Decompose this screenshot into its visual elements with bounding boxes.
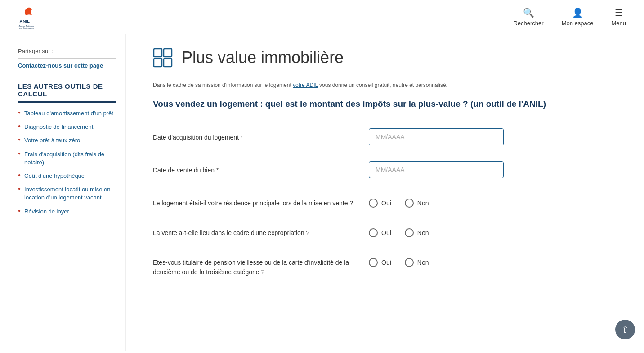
radio-circle-exp-oui: [369, 228, 378, 237]
radio-pen-non-label: Non: [417, 259, 429, 266]
radio-residence-oui[interactable]: Oui: [369, 199, 391, 208]
list-item: Coût d'une hypothèque: [18, 172, 116, 180]
form-section: Date d'acquisition du logement * Date de…: [153, 128, 504, 277]
radio-circle-exp-non: [405, 228, 414, 237]
label-date-acquisition: Date d'acquisition du logement *: [153, 128, 360, 142]
label-pension: Etes-vous titulaire de pension vieilless…: [153, 253, 360, 277]
nav-mon-espace-label: Mon espace: [562, 20, 594, 27]
date-vente-input[interactable]: [369, 161, 504, 178]
list-item: Tableau d'amortissement d'un prêt: [18, 109, 116, 118]
logo[interactable]: ANIL Agence Nationale pour l'information: [18, 5, 49, 29]
chevron-up-icon: ⇧: [622, 324, 629, 335]
sidebar-share-label: Partager sur :: [18, 48, 116, 59]
radio-pension-oui[interactable]: Oui: [369, 258, 391, 267]
list-item: Diagnostic de financement: [18, 123, 116, 131]
radio-circle-oui: [369, 199, 378, 208]
radio-circle-pen-oui: [369, 258, 378, 267]
search-icon: 🔍: [523, 7, 534, 18]
radio-group-pension: Oui Non: [369, 253, 504, 267]
nav-mon-espace[interactable]: 👤 Mon espace: [562, 7, 594, 27]
scroll-top-button[interactable]: ⇧: [615, 320, 635, 339]
radio-group-residence: Oui Non: [369, 194, 504, 208]
sidebar-link-revision[interactable]: Révision de loyer: [24, 208, 69, 216]
date-acquisition-input[interactable]: [369, 128, 504, 145]
radio-non-label: Non: [417, 199, 429, 207]
svg-text:ANIL: ANIL: [20, 18, 30, 23]
sidebar-link-investissement[interactable]: Investissement locatif ou mise en locati…: [24, 186, 116, 202]
form-row-pension: Etes-vous titulaire de pension vieilless…: [153, 253, 504, 277]
list-item: Votre prêt à taux zéro: [18, 136, 116, 145]
radio-pension-non[interactable]: Non: [405, 258, 429, 267]
sidebar-link-pret-zero[interactable]: Votre prêt à taux zéro: [24, 136, 80, 145]
nav-menu[interactable]: ☰ Menu: [611, 7, 626, 27]
form-row-date-acquisition: Date d'acquisition du logement *: [153, 128, 504, 145]
sidebar-link-amortissement[interactable]: Tableau d'amortissement d'un prêt: [24, 109, 113, 118]
header: ANIL Agence Nationale pour l'information…: [0, 0, 644, 34]
header-nav: 🔍 Rechercher 👤 Mon espace ☰ Menu: [513, 7, 626, 27]
radio-circle-non: [405, 199, 414, 208]
radio-group-expropriation: Oui Non: [369, 224, 504, 237]
user-icon: 👤: [572, 7, 583, 18]
list-item: Révision de loyer: [18, 208, 116, 216]
svg-rect-4: [154, 49, 162, 57]
sidebar-link-diagnostic[interactable]: Diagnostic de financement: [24, 123, 93, 131]
list-item: Investissement locatif ou mise en locati…: [18, 186, 116, 202]
radio-pen-oui-label: Oui: [381, 259, 391, 266]
page-title-area: Plus value immobilière: [153, 48, 617, 68]
intro-text: Dans le cadre de sa mission d'informatio…: [153, 81, 617, 89]
radio-area-pension: Oui Non: [369, 253, 504, 267]
svg-text:Agence Nationale: Agence Nationale: [19, 25, 35, 27]
page-layout: Partager sur : Contactez-nous sur cette …: [0, 34, 644, 351]
intro-text-after: vous donne un conseil gratuit, neutre et…: [318, 82, 447, 88]
radio-circle-pen-non: [405, 258, 414, 267]
menu-icon: ☰: [615, 7, 623, 18]
sidebar: Partager sur : Contactez-nous sur cette …: [0, 34, 126, 351]
nav-menu-label: Menu: [611, 20, 626, 27]
radio-oui-label: Oui: [381, 199, 391, 207]
radio-exp-oui-label: Oui: [381, 229, 391, 236]
nav-rechercher-label: Rechercher: [513, 20, 543, 27]
page-title: Plus value immobilière: [182, 48, 344, 67]
sub-heading: Vous vendez un logement : quel est le mo…: [153, 98, 617, 110]
label-date-vente: Date de vente du bien *: [153, 161, 360, 175]
sidebar-link-hypotheque[interactable]: Coût d'une hypothèque: [24, 172, 85, 180]
label-residence: Le logement était-il votre résidence pri…: [153, 194, 360, 208]
form-row-residence: Le logement était-il votre résidence pri…: [153, 194, 504, 208]
sidebar-contact-link[interactable]: Contactez-nous sur cette page: [18, 62, 116, 69]
sidebar-links-list: Tableau d'amortissement d'un prêt Diagno…: [18, 109, 116, 216]
sidebar-section-title: LES AUTRES OUTILS DE CALCUL ___________: [18, 82, 116, 103]
radio-expropriation-non[interactable]: Non: [405, 228, 429, 237]
radio-exp-non-label: Non: [417, 229, 429, 236]
svg-rect-7: [164, 59, 172, 67]
intro-text-before: Dans le cadre de sa mission d'informatio…: [153, 82, 293, 88]
radio-area-residence: Oui Non: [369, 194, 504, 208]
main-content: Plus value immobilière Dans le cadre de …: [126, 34, 644, 351]
svg-rect-6: [154, 59, 162, 67]
label-expropriation: La vente a-t-elle lieu dans le cadre d'u…: [153, 224, 360, 238]
grid-icon: [153, 48, 173, 68]
form-row-date-vente: Date de vente du bien *: [153, 161, 504, 178]
form-row-expropriation: La vente a-t-elle lieu dans le cadre d'u…: [153, 224, 504, 238]
radio-residence-non[interactable]: Non: [405, 199, 429, 208]
nav-rechercher[interactable]: 🔍 Rechercher: [513, 7, 543, 27]
svg-rect-5: [164, 49, 172, 57]
intro-adil-link[interactable]: votre ADIL: [293, 82, 318, 88]
input-area-date-acquisition: [369, 128, 504, 145]
svg-text:pour l'information: pour l'information: [19, 27, 34, 29]
list-item: Frais d'acquisition (dits frais de notai…: [18, 150, 116, 167]
sidebar-link-frais[interactable]: Frais d'acquisition (dits frais de notai…: [24, 150, 116, 167]
input-area-date-vente: [369, 161, 504, 178]
radio-expropriation-oui[interactable]: Oui: [369, 228, 391, 237]
radio-area-expropriation: Oui Non: [369, 224, 504, 237]
